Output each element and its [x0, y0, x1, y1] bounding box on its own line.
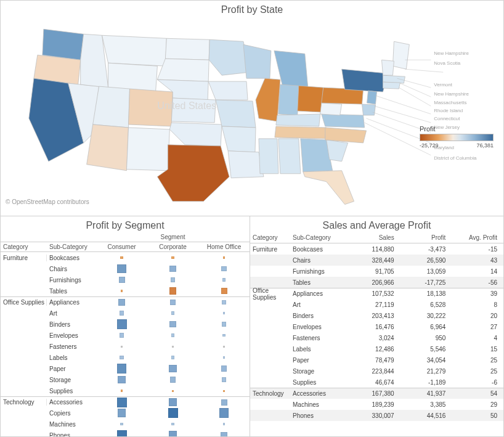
segment-mark[interactable]: [171, 311, 174, 314]
state-oklahoma[interactable]: [169, 123, 222, 146]
segment-mark[interactable]: [117, 398, 127, 407]
segment-mark[interactable]: [223, 256, 225, 258]
segment-mark[interactable]: [170, 377, 176, 383]
segment-row[interactable]: Chairs: [1, 263, 250, 274]
segment-mark[interactable]: [221, 266, 226, 271]
segment-mark[interactable]: [117, 264, 126, 273]
segment-mark[interactable]: [118, 299, 125, 306]
segment-mark[interactable]: [223, 390, 225, 392]
segment-mark[interactable]: [119, 277, 125, 283]
sales-row[interactable]: Binders203,41330,22220: [250, 310, 503, 321]
segment-mark[interactable]: [121, 290, 123, 292]
state-louisiana[interactable]: [228, 151, 264, 178]
segment-row[interactable]: Binders: [1, 319, 250, 330]
state-vermont-nh[interactable]: [381, 60, 394, 75]
segment-row[interactable]: Labels: [1, 352, 250, 363]
segment-row[interactable]: Art: [1, 308, 250, 319]
segment-mark[interactable]: [221, 432, 227, 436]
state-iowa[interactable]: [208, 81, 248, 100]
segment-row[interactable]: Copiers: [1, 407, 250, 419]
sales-row[interactable]: Machines189,2393,38529: [250, 399, 503, 410]
state-new-mexico[interactable]: [126, 128, 169, 171]
segment-mark[interactable]: [169, 266, 176, 272]
sales-row[interactable]: Labels12,4865,54615: [250, 343, 503, 354]
segment-row[interactable]: Storage: [1, 374, 250, 385]
sales-row[interactable]: Fasteners3,0249504: [250, 332, 503, 343]
segment-mark[interactable]: [222, 278, 226, 281]
state-florida[interactable]: [303, 171, 354, 205]
segment-mark[interactable]: [117, 430, 127, 436]
sales-row[interactable]: Phones330,00744,51650: [250, 410, 503, 421]
sales-row[interactable]: Tables206,966-17,725-56: [250, 277, 503, 288]
sales-row[interactable]: Paper78,47934,05425: [250, 354, 503, 366]
segment-mark[interactable]: [221, 399, 227, 406]
segment-mark[interactable]: [118, 409, 126, 417]
segment-mark[interactable]: [120, 356, 124, 360]
segment-mark[interactable]: [223, 312, 226, 314]
segment-mark[interactable]: [223, 346, 225, 348]
state-south-dakota[interactable]: [157, 59, 209, 81]
segment-mark[interactable]: [169, 398, 177, 407]
state-washington[interactable]: [43, 29, 84, 60]
state-kentucky[interactable]: [276, 114, 320, 126]
segment-mark[interactable]: [169, 287, 177, 295]
segment-mark[interactable]: [172, 346, 174, 348]
segment-row[interactable]: Tables: [1, 285, 250, 296]
segment-row[interactable]: Machines: [1, 419, 250, 430]
segment-row[interactable]: TechnologyAccessories: [1, 396, 250, 407]
segment-mark[interactable]: [169, 431, 177, 436]
segment-mark[interactable]: [117, 364, 127, 374]
segment-mark[interactable]: [171, 356, 174, 359]
segment-mark[interactable]: [118, 376, 126, 384]
state-new-jersey[interactable]: [367, 91, 377, 104]
segment-row[interactable]: Fasteners: [1, 341, 250, 352]
segment-mark[interactable]: [120, 423, 123, 426]
state-tennessee[interactable]: [275, 126, 327, 139]
segment-mark[interactable]: [222, 334, 225, 337]
segment-mark[interactable]: [222, 322, 227, 327]
segment-mark[interactable]: [171, 277, 176, 282]
segment-mark[interactable]: [169, 365, 177, 373]
segment-row[interactable]: Furnishings: [1, 274, 250, 285]
sales-row[interactable]: Art27,1196,5288: [250, 299, 503, 310]
segment-mark[interactable]: [222, 300, 226, 304]
state-south-carolina[interactable]: [327, 140, 348, 161]
segment-mark[interactable]: [172, 390, 174, 392]
segment-mark[interactable]: [168, 408, 178, 418]
segment-row[interactable]: Supplies: [1, 385, 250, 396]
sales-row[interactable]: Envelopes16,4766,96427: [250, 321, 503, 332]
segment-row[interactable]: Paper: [1, 363, 250, 374]
sales-row[interactable]: Office SuppliesAppliances107,53218,13839: [250, 288, 503, 299]
state-mississippi[interactable]: [259, 139, 278, 174]
segment-mark[interactable]: [171, 423, 174, 425]
state-utah[interactable]: [93, 86, 130, 128]
state-connecticut-ri[interactable]: [383, 82, 400, 89]
map-area[interactable]: United States New HampshireNova ScotiaVe…: [1, 17, 503, 208]
state-alabama[interactable]: [278, 139, 301, 174]
state-texas[interactable]: [157, 145, 229, 202]
segment-mark[interactable]: [170, 300, 176, 305]
segment-mark[interactable]: [120, 311, 124, 315]
state-missouri[interactable]: [216, 100, 256, 128]
sales-row[interactable]: TechnologyAccessories167,38041,93754: [250, 388, 503, 399]
segment-mark[interactable]: [117, 319, 127, 329]
sales-row[interactable]: Storage223,84421,27925: [250, 366, 503, 377]
segment-mark[interactable]: [219, 408, 229, 417]
state-wisconsin[interactable]: [243, 44, 271, 78]
sales-row[interactable]: Chairs328,44926,59043: [250, 255, 503, 266]
segment-mark[interactable]: [221, 366, 227, 371]
segment-mark[interactable]: [171, 333, 174, 337]
segment-mark[interactable]: [121, 346, 123, 348]
state-north-dakota[interactable]: [165, 38, 209, 60]
segment-mark[interactable]: [223, 356, 225, 358]
segment-mark[interactable]: [221, 288, 227, 294]
sales-row[interactable]: Furnishings91,70513,05914: [250, 266, 503, 277]
segment-row[interactable]: FurnitureBookcases: [1, 252, 250, 263]
segment-mark[interactable]: [169, 321, 176, 328]
state-montana[interactable]: [102, 35, 167, 66]
state-illinois[interactable]: [256, 78, 280, 121]
state-maine[interactable]: [392, 41, 409, 69]
segment-row[interactable]: Phones: [1, 430, 250, 436]
segment-row[interactable]: Office SuppliesAppliances: [1, 296, 250, 308]
state-west-virginia[interactable]: [320, 103, 342, 115]
